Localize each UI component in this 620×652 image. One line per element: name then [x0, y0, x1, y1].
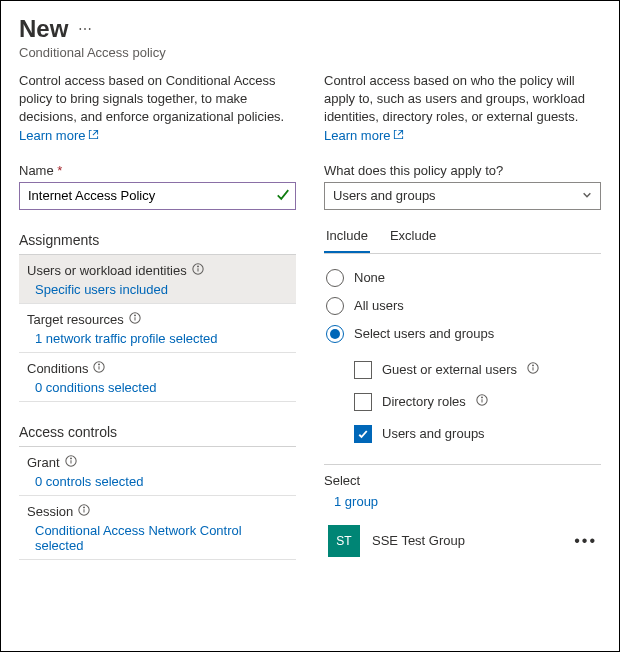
- users-identities-sub[interactable]: Specific users included: [27, 282, 288, 297]
- left-description: Control access based on Conditional Acce…: [19, 72, 296, 145]
- name-label: Name *: [19, 163, 296, 178]
- checkbox-directory-roles[interactable]: Directory roles: [352, 386, 601, 418]
- info-icon[interactable]: [527, 362, 539, 377]
- more-menu-icon[interactable]: ⋯: [78, 21, 92, 37]
- session-row[interactable]: Session Conditional Access Network Contr…: [19, 496, 296, 560]
- access-controls-heading: Access controls: [19, 424, 296, 447]
- selected-group-row[interactable]: ST SSE Test Group •••: [324, 519, 601, 563]
- external-link-icon: [88, 127, 99, 145]
- svg-point-8: [99, 364, 100, 365]
- tab-include[interactable]: Include: [324, 220, 370, 253]
- include-radio-group: None All users Select users and groups G…: [324, 264, 601, 450]
- checkbox-icon: [354, 361, 372, 379]
- target-resources-sub[interactable]: 1 network traffic profile selected: [27, 331, 288, 346]
- conditions-row[interactable]: Conditions 0 conditions selected: [19, 353, 296, 402]
- include-exclude-tabs: Include Exclude: [324, 220, 601, 254]
- valid-check-icon: [276, 187, 290, 204]
- users-identities-row[interactable]: Users or workload identities Specific us…: [19, 255, 296, 304]
- info-icon[interactable]: [129, 312, 141, 327]
- page-header: New ⋯ Conditional Access policy: [19, 15, 601, 60]
- left-panel: Control access based on Conditional Acce…: [19, 72, 296, 563]
- learn-more-link[interactable]: Learn more: [19, 127, 99, 145]
- page-subtitle: Conditional Access policy: [19, 45, 601, 60]
- radio-icon: [326, 325, 344, 343]
- grant-row[interactable]: Grant 0 controls selected: [19, 447, 296, 496]
- group-name: SSE Test Group: [372, 533, 562, 548]
- svg-point-14: [84, 507, 85, 508]
- policy-name-input[interactable]: [19, 182, 296, 210]
- target-resources-row[interactable]: Target resources 1 network traffic profi…: [19, 304, 296, 353]
- radio-none[interactable]: None: [324, 264, 601, 292]
- svg-point-20: [481, 397, 482, 398]
- divider: [324, 464, 601, 465]
- select-label: Select: [324, 473, 601, 488]
- group-avatar: ST: [328, 525, 360, 557]
- radio-icon: [326, 269, 344, 287]
- checkbox-users-groups[interactable]: Users and groups: [352, 418, 601, 450]
- svg-point-2: [197, 266, 198, 267]
- grant-sub[interactable]: 0 controls selected: [27, 474, 288, 489]
- more-dots-icon[interactable]: •••: [574, 532, 597, 550]
- applies-to-label: What does this policy apply to?: [324, 163, 601, 178]
- applies-to-select[interactable]: Users and groups: [324, 182, 601, 210]
- conditions-sub[interactable]: 0 conditions selected: [27, 380, 288, 395]
- required-asterisk: *: [57, 163, 62, 178]
- info-icon[interactable]: [476, 394, 488, 409]
- checkbox-icon: [354, 425, 372, 443]
- radio-select-users-groups[interactable]: Select users and groups: [324, 320, 601, 348]
- learn-more-link[interactable]: Learn more: [324, 127, 404, 145]
- tab-exclude[interactable]: Exclude: [388, 220, 438, 253]
- page-title: New: [19, 15, 68, 43]
- chevron-down-icon: [582, 188, 592, 203]
- checkbox-guest-external[interactable]: Guest or external users: [352, 354, 601, 386]
- radio-all-users[interactable]: All users: [324, 292, 601, 320]
- info-icon[interactable]: [65, 455, 77, 470]
- session-sub[interactable]: Conditional Access Network Control selec…: [27, 523, 288, 553]
- radio-icon: [326, 297, 344, 315]
- svg-point-5: [134, 315, 135, 316]
- info-icon[interactable]: [78, 504, 90, 519]
- checkbox-icon: [354, 393, 372, 411]
- right-panel: Control access based on who the policy w…: [324, 72, 601, 563]
- assignments-heading: Assignments: [19, 232, 296, 255]
- external-link-icon: [393, 127, 404, 145]
- info-icon[interactable]: [93, 361, 105, 376]
- svg-point-17: [533, 365, 534, 366]
- select-groups-link[interactable]: 1 group: [334, 494, 601, 509]
- svg-point-11: [70, 458, 71, 459]
- info-icon[interactable]: [192, 263, 204, 278]
- right-description: Control access based on who the policy w…: [324, 72, 601, 145]
